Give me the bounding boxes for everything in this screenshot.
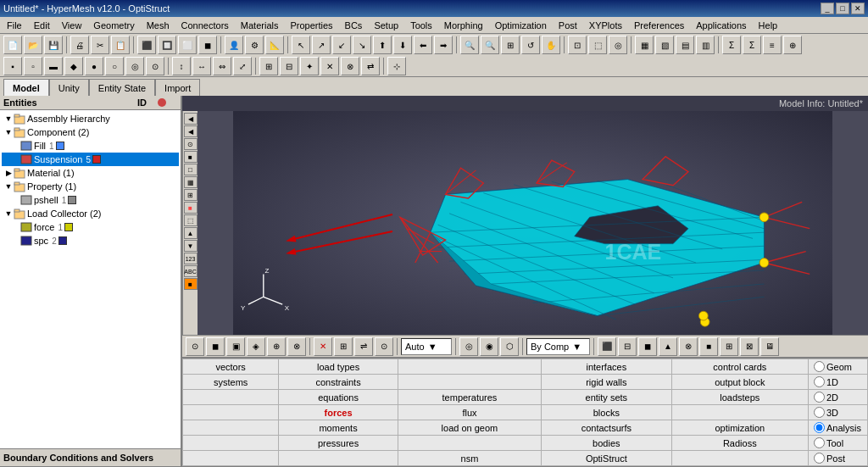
entity11[interactable]: ⇔ [213,57,231,75]
tree-spc[interactable]: spc 2 [2,234,179,247]
close-btn[interactable]: ✕ [851,3,865,14]
entity7[interactable]: ◎ [125,57,144,75]
entity6[interactable]: ○ [105,57,124,75]
entity2[interactable]: ▫ [24,57,42,75]
entity3[interactable]: ▬ [44,57,63,75]
side-btn-10[interactable]: ▲ [184,227,198,239]
cell-optistruct[interactable]: OptiStruct [542,451,672,466]
tb3[interactable]: 📋 [111,36,130,54]
print-btn[interactable]: 🖨 [70,36,89,54]
cell-temperatures[interactable]: temperatures [398,390,541,405]
bt7[interactable]: ⊞ [334,337,353,356]
cell-control-cards[interactable]: control cards [671,359,808,375]
tree-suspension[interactable]: Suspension 5 [2,153,179,166]
cell-geom[interactable]: Geom [809,359,868,375]
cell-constraints[interactable]: constraints [279,375,398,390]
bt13[interactable]: ⬛ [598,337,616,356]
menu-mesh[interactable]: Mesh [142,19,175,32]
tree-property[interactable]: ▼ Property (1) [2,180,179,193]
side-btn-6[interactable]: ▦ [184,176,198,188]
side-btn-11[interactable]: ▼ [184,240,198,252]
bt4[interactable]: ◈ [247,337,265,356]
nav8[interactable]: ➡ [434,36,453,54]
menu-tools[interactable]: Tools [405,19,437,32]
tab-model[interactable]: Model [3,79,49,96]
fit[interactable]: ⊞ [501,36,520,54]
bt21[interactable]: 🖥 [760,337,779,356]
entity9[interactable]: ↕ [172,57,191,75]
cell-rigid-walls[interactable]: rigid walls [542,375,672,390]
tree-component[interactable]: ▼ Component (2) [2,125,179,139]
bycomp-dropdown[interactable]: By Comp ▼ [526,338,590,355]
misc2[interactable]: Σ [743,36,761,54]
tree-force[interactable]: force 1 [2,220,179,234]
entity18[interactable]: ⇄ [361,57,380,75]
tb4[interactable]: ⬛ [137,36,156,54]
menu-properties[interactable]: Properties [285,19,337,32]
pan[interactable]: ✋ [542,36,560,54]
nav3[interactable]: ↙ [332,36,351,54]
entity1[interactable]: ▪ [3,57,22,75]
tb6[interactable]: ⬜ [178,36,197,54]
bt17[interactable]: ⊗ [679,337,698,356]
zoom-out[interactable]: 🔍 [481,36,499,54]
entity17[interactable]: ⊗ [341,57,359,75]
disp2[interactable]: ▧ [655,36,674,54]
tb9[interactable]: ⚙ [245,36,264,54]
nav2[interactable]: ↗ [312,36,331,54]
menu-edit[interactable]: Edit [29,19,55,32]
cell-nsm[interactable]: nsm [398,451,541,466]
bt16[interactable]: ▲ [659,337,677,356]
bt14[interactable]: ⊟ [618,337,637,356]
bt11[interactable]: ◉ [480,337,498,356]
menu-preferences[interactable]: Preferences [629,19,689,32]
side-btn-2[interactable]: ◀ [184,125,198,137]
nav1[interactable]: ↖ [292,36,310,54]
select3[interactable]: ◎ [609,36,627,54]
side-btn-4[interactable]: ■ [184,151,198,163]
menu-help[interactable]: Help [754,19,783,32]
menu-view[interactable]: View [57,19,87,32]
side-btn-last[interactable]: ■ [184,278,198,290]
bt1[interactable]: ⊙ [186,337,204,356]
cell-output-block[interactable]: output block [671,375,808,390]
bt19[interactable]: ⊞ [720,337,738,356]
rotate[interactable]: ↺ [521,36,540,54]
bt20[interactable]: ⊠ [740,337,759,356]
bt15[interactable]: ◼ [638,337,657,356]
entity14[interactable]: ⊟ [280,57,298,75]
menu-xyplots[interactable]: XYPlots [584,19,627,32]
entity10[interactable]: ↔ [192,57,211,75]
menu-file[interactable]: File [2,19,27,32]
toggle-assembly[interactable]: ▼ [3,114,14,124]
bt9[interactable]: ⊙ [375,337,393,356]
radio-geom[interactable] [814,361,825,372]
disp3[interactable]: ▤ [676,36,694,54]
side-btn-9[interactable]: ⬚ [184,214,198,226]
entity5[interactable]: ● [85,57,103,75]
titlebar-controls[interactable]: _ □ ✕ [821,3,865,14]
toggle-material[interactable]: ▶ [3,168,14,178]
tab-entity-state[interactable]: Entity State [89,79,155,96]
cell-moments[interactable]: moments [279,420,398,436]
3d-viewport[interactable]: Z Y X 1CAE [198,111,868,335]
toggle-property[interactable]: ▼ [3,181,14,192]
tab-import[interactable]: Import [155,79,200,96]
cell-tool[interactable]: Tool [809,436,868,451]
select1[interactable]: ⊡ [568,36,587,54]
tab-unity[interactable]: Unity [49,79,89,96]
side-btn-1[interactable]: ◀ [184,113,198,125]
radio-post[interactable] [814,453,825,464]
bt5[interactable]: ⊕ [267,337,286,356]
radio-analysis[interactable] [814,422,825,433]
cell-load-on-geom[interactable]: load on geom [398,420,541,436]
tb10[interactable]: 📐 [265,36,284,54]
nav4[interactable]: ↘ [353,36,371,54]
side-btn-abc[interactable]: ABC [184,265,198,277]
select2[interactable]: ⬚ [588,36,607,54]
tb2[interactable]: ✂ [91,36,109,54]
toggle-component[interactable]: ▼ [3,127,14,137]
cell-load-types[interactable]: load types [279,359,398,375]
cell-interfaces[interactable]: interfaces [542,359,672,375]
cell-1d[interactable]: 1D [809,375,868,390]
